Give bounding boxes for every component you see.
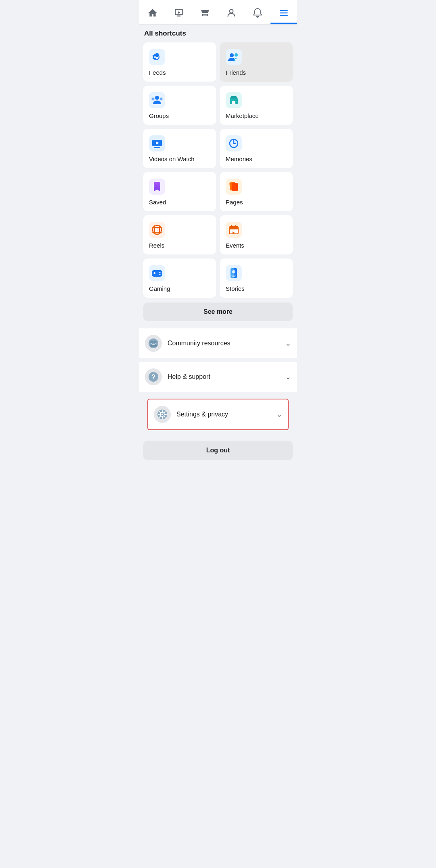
shortcuts-grid: Feeds Friends [143,42,293,298]
svg-rect-30 [232,183,238,191]
nav-watch[interactable] [166,4,192,24]
events-icon [226,222,242,238]
shortcut-memories[interactable]: Memories [220,129,293,168]
svg-rect-24 [154,147,160,148]
shortcut-marketplace[interactable]: Marketplace [220,86,293,125]
saved-icon [149,179,165,195]
marketplace-label: Marketplace [226,112,259,119]
divider-4 [139,433,297,437]
videos-on-watch-icon [149,135,165,151]
svg-point-17 [160,98,163,101]
help-support-row[interactable]: ? Help & support ⌄ [139,362,297,392]
friends-icon [226,49,242,65]
svg-rect-20 [232,101,235,104]
groups-icon [149,92,165,108]
gaming-icon [149,265,165,281]
svg-rect-35 [152,232,162,233]
svg-point-15 [155,96,159,100]
community-resources-label: Community resources [168,340,285,347]
stories-label: Stories [226,285,245,292]
community-chevron: ⌄ [285,339,291,348]
events-label: Events [226,242,244,249]
nav-profile[interactable] [218,4,244,24]
logout-button[interactable]: Log out [143,441,293,460]
shortcut-gaming[interactable]: Gaming [143,259,216,298]
pages-icon [226,179,242,195]
see-more-button[interactable]: See more [143,303,293,321]
menu-icon [278,7,289,19]
reels-icon [149,222,165,238]
shortcut-friends[interactable]: Friends [220,42,293,82]
nav-menu[interactable] [270,4,297,24]
community-resources-row[interactable]: Community resources ⌄ [139,328,297,359]
top-navigation [139,0,297,25]
store-icon [199,7,211,19]
settings-privacy-label: Settings & privacy [176,411,276,418]
svg-rect-47 [152,270,162,277]
divider-2 [139,359,297,362]
settings-icon [154,406,171,423]
stories-icon [226,265,242,281]
divider-3 [139,392,297,395]
svg-point-12 [230,53,234,57]
shortcut-events[interactable]: Events [220,215,293,254]
gaming-label: Gaming [149,285,170,292]
svg-text:?: ? [151,373,155,381]
shortcut-feeds[interactable]: Feeds [143,42,216,82]
feeds-icon [149,49,165,65]
settings-chevron: ⌄ [276,410,282,419]
friends-label: Friends [226,69,246,76]
feeds-label: Feeds [149,69,166,76]
svg-point-57 [151,341,153,344]
svg-rect-36 [154,225,155,234]
shortcut-videos-on-watch[interactable]: Videos on Watch [143,129,216,168]
shortcuts-title: All shortcuts [143,29,293,38]
settings-privacy-row[interactable]: Settings & privacy ⌄ [147,399,289,430]
shortcut-groups[interactable]: Groups [143,86,216,125]
community-icon [145,335,162,352]
watch-icon [173,7,184,19]
svg-point-56 [149,338,158,348]
svg-rect-14 [149,92,165,108]
reels-label: Reels [149,242,164,249]
svg-point-0 [229,9,233,13]
marketplace-icon [226,92,242,108]
svg-rect-2 [280,13,288,14]
nav-marketplace[interactable] [192,4,218,24]
profile-icon [226,7,237,19]
svg-point-9 [155,53,159,56]
svg-rect-3 [280,15,288,16]
svg-rect-42 [229,228,238,229]
svg-point-13 [235,53,238,57]
svg-rect-10 [156,56,158,57]
shortcut-reels[interactable]: Reels [143,215,216,254]
shortcut-saved[interactable]: Saved [143,172,216,211]
help-support-label: Help & support [168,373,285,380]
saved-label: Saved [149,199,166,206]
memories-label: Memories [226,156,252,162]
svg-point-63 [161,414,163,415]
shortcut-pages[interactable]: Pages [220,172,293,211]
shortcut-stories[interactable]: Stories [220,259,293,298]
main-content: All shortcuts Feeds [139,25,297,325]
home-icon [147,7,158,19]
svg-rect-11 [226,49,242,65]
help-chevron: ⌄ [285,372,291,381]
svg-rect-34 [152,227,162,228]
svg-point-53 [232,270,235,273]
pages-label: Pages [226,199,243,206]
memories-icon [226,135,242,151]
nav-home[interactable] [139,4,166,24]
svg-point-16 [152,98,155,101]
bell-icon [252,7,263,19]
svg-rect-37 [159,225,160,234]
svg-rect-49 [154,272,155,274]
svg-point-50 [159,272,161,273]
svg-point-58 [154,341,157,344]
help-icon: ? [145,368,162,385]
nav-notifications[interactable] [244,4,270,24]
groups-label: Groups [149,112,169,119]
svg-rect-1 [280,10,288,11]
svg-point-51 [159,274,161,275]
svg-rect-54 [231,275,236,275]
